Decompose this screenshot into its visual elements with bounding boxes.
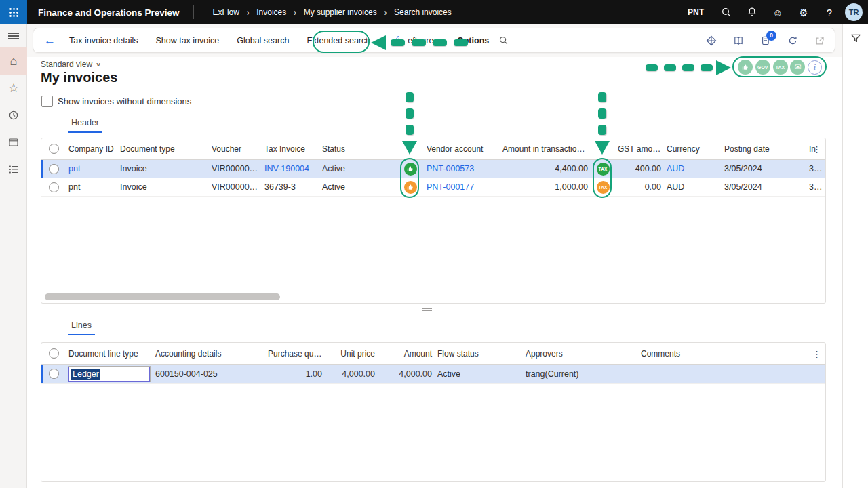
- search-icon: [498, 35, 509, 45]
- action-global-search[interactable]: Global search: [237, 36, 289, 45]
- cell-accounting-details[interactable]: 600150-004-025: [153, 369, 265, 379]
- col-status[interactable]: Status: [319, 144, 401, 154]
- view-selector[interactable]: Standard view ∨: [41, 60, 100, 69]
- smiley-icon: ☺: [772, 7, 783, 18]
- action-extended-search[interactable]: Extended search: [307, 36, 370, 45]
- app-title[interactable]: Finance and Operations Preview: [27, 7, 193, 18]
- document-line-type-input[interactable]: Ledger: [68, 367, 150, 382]
- lines-grid: Document line type Accounting details Pu…: [41, 342, 826, 482]
- cell-vendor-account[interactable]: PNT-000177: [424, 182, 500, 192]
- col-posting-date[interactable]: Posting date: [722, 144, 806, 154]
- options-tab[interactable]: Options: [457, 36, 489, 45]
- tab-lines[interactable]: Lines: [68, 321, 95, 336]
- invoice-row-1[interactable]: pnt Invoice VIR000000050 INV-190004 Acti…: [41, 160, 825, 178]
- action-show-tax-invoice[interactable]: Show tax invoice: [155, 36, 219, 45]
- breadcrumb-my-supplier-invoices[interactable]: My supplier invoices: [304, 7, 377, 17]
- sidebar-item-favorites[interactable]: ☆: [0, 75, 27, 102]
- sidebar-item-workspaces[interactable]: [0, 129, 27, 156]
- thumbs-up-icon: [407, 184, 414, 191]
- approval-thumbs-up-icon-warning[interactable]: [404, 181, 417, 194]
- eftsure-tax-status-icon[interactable]: TAX: [773, 60, 788, 75]
- grid-options-icon[interactable]: ⋮: [812, 144, 821, 154]
- actionbar-search-button[interactable]: [498, 35, 509, 45]
- search-button[interactable]: [713, 0, 739, 24]
- cell-vendor-account[interactable]: PNT-000573: [424, 164, 500, 174]
- info-icon[interactable]: i: [808, 60, 822, 75]
- col-flow-status[interactable]: Flow status: [435, 349, 523, 359]
- eftsure-gov-status-icon[interactable]: GOV: [755, 60, 770, 75]
- eftsure-menu-button[interactable]: eftsure ∨: [388, 33, 448, 48]
- refresh-button[interactable]: [787, 35, 798, 46]
- col-vendor-account[interactable]: Vendor account: [424, 144, 500, 154]
- cell-purchase-quantity[interactable]: 1.00: [265, 369, 325, 379]
- cell-flow-status: Active: [435, 369, 523, 379]
- cell-approvers: trang(Current): [523, 369, 638, 379]
- chevron-right-icon: ›: [247, 7, 249, 17]
- notifications-button[interactable]: [739, 0, 765, 24]
- tax-badge-approved[interactable]: TAX: [597, 163, 610, 176]
- show-without-dimensions-checkbox[interactable]: [41, 96, 53, 107]
- sidebar-item-home[interactable]: ⌂: [0, 47, 27, 75]
- app-launcher-button[interactable]: [0, 0, 27, 24]
- open-in-new-window-button[interactable]: [814, 35, 825, 46]
- cell-amount: 4,400.00: [500, 164, 591, 174]
- filter-pane-button[interactable]: [850, 33, 862, 47]
- cell-unit-price[interactable]: 4,000.00: [325, 369, 378, 379]
- tab-header[interactable]: Header: [68, 118, 102, 133]
- cell-tax-invoice[interactable]: INV-190004: [262, 164, 319, 174]
- col-amount[interactable]: Amount in transaction cur...: [500, 144, 591, 154]
- chevron-down-icon: ∨: [96, 61, 101, 68]
- view-selector-label: Standard view: [41, 60, 92, 69]
- thumbs-up-icon: [407, 165, 414, 173]
- line-row-1[interactable]: Ledger 600150-004-025 1.00 4,000.00 4,00…: [41, 365, 825, 384]
- col-tax-invoice[interactable]: Tax Invoice: [262, 144, 319, 154]
- header-grid-column-row: Company ID Document type Voucher Tax Inv…: [41, 138, 825, 160]
- col-company-id[interactable]: Company ID: [66, 144, 117, 154]
- cell-currency[interactable]: AUD: [664, 164, 722, 174]
- help-button[interactable]: ?: [816, 0, 842, 24]
- row-radio[interactable]: [49, 369, 59, 379]
- right-filter-rail: [842, 24, 868, 488]
- company-picker[interactable]: PNT: [678, 7, 713, 17]
- tax-badge-warning[interactable]: TAX: [597, 181, 610, 194]
- eftsure-email-status-icon[interactable]: ✉: [790, 60, 805, 75]
- cell-company-id[interactable]: pnt: [66, 164, 117, 174]
- grid-options-icon[interactable]: ⋮: [812, 348, 821, 359]
- breadcrumb-invoices[interactable]: Invoices: [256, 7, 286, 17]
- col-comments[interactable]: Comments: [638, 349, 825, 359]
- pane-splitter-handle[interactable]: [422, 306, 432, 312]
- avatar[interactable]: TR: [845, 3, 863, 21]
- feedback-button[interactable]: ☺: [765, 0, 791, 24]
- sidebar-item-recent[interactable]: [0, 102, 27, 129]
- invoice-row-2[interactable]: pnt Invoice VIR000000051 36739-3 Active …: [41, 178, 825, 197]
- col-gst-amount[interactable]: GST amount: [615, 144, 664, 154]
- eftsure-thumbs-up-status-icon[interactable]: [738, 60, 753, 75]
- col-document-type[interactable]: Document type: [117, 144, 209, 154]
- open-journal-button[interactable]: [733, 35, 744, 46]
- help-icon: ?: [827, 7, 832, 18]
- back-button[interactable]: ←: [44, 34, 56, 47]
- refresh-icon: [787, 35, 798, 46]
- breadcrumb-search-invoices[interactable]: Search invoices: [394, 7, 452, 17]
- row-radio[interactable]: [49, 182, 59, 192]
- col-purchase-quantity[interactable]: Purchase quan...: [265, 349, 325, 359]
- show-hide-dimensions-button[interactable]: [706, 35, 717, 46]
- col-line-amount[interactable]: Amount: [378, 349, 435, 359]
- col-accounting-details[interactable]: Accounting details: [153, 349, 265, 359]
- breadcrumb-exflow[interactable]: ExFlow: [213, 7, 239, 17]
- col-approvers[interactable]: Approvers: [523, 349, 638, 359]
- select-all-radio[interactable]: [49, 144, 59, 154]
- expand-navigation-button[interactable]: [0, 24, 27, 47]
- col-unit-price[interactable]: Unit price: [325, 349, 378, 359]
- col-document-line-type[interactable]: Document line type: [66, 349, 153, 359]
- settings-button[interactable]: ⚙: [791, 0, 816, 24]
- attachments-button[interactable]: 0: [760, 35, 771, 46]
- sidebar-item-modules[interactable]: [0, 156, 27, 183]
- approval-thumbs-up-icon-approved[interactable]: [404, 163, 417, 176]
- col-voucher[interactable]: Voucher: [209, 144, 262, 154]
- row-radio[interactable]: [49, 164, 59, 174]
- col-currency[interactable]: Currency: [664, 144, 722, 154]
- select-all-radio[interactable]: [49, 348, 59, 359]
- action-tax-invoice-details[interactable]: Tax invoice details: [69, 36, 138, 45]
- horizontal-scrollbar-thumb[interactable]: [45, 293, 280, 300]
